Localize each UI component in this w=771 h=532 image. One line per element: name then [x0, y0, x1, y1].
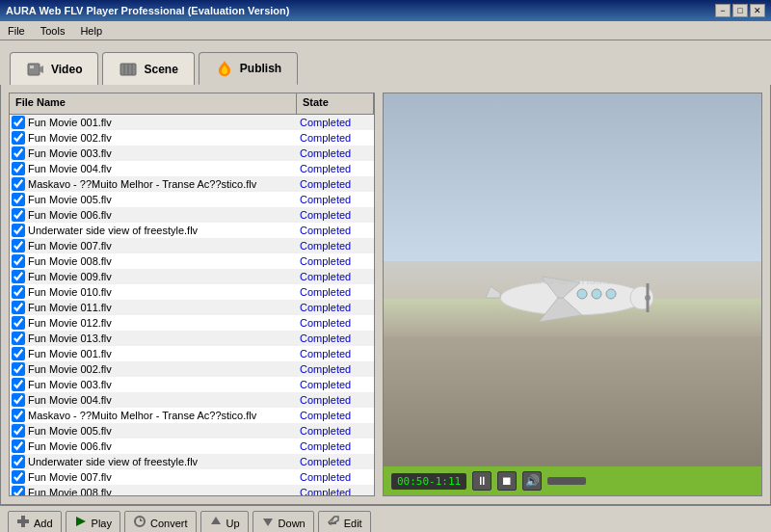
file-list[interactable]: Fun Movie 001.flvCompletedFun Movie 002.… — [10, 115, 374, 495]
file-checkbox[interactable] — [12, 347, 25, 360]
file-checkbox[interactable] — [12, 270, 25, 283]
table-row[interactable]: Fun Movie 004.flvCompleted — [10, 392, 374, 408]
volume-button[interactable]: 🔊 — [522, 471, 542, 491]
file-checkbox[interactable] — [12, 239, 25, 253]
menu-file[interactable]: File — [4, 24, 29, 38]
table-row[interactable]: Fun Movie 005.flvCompleted — [10, 192, 374, 207]
play-button[interactable]: Play — [66, 511, 120, 533]
file-checkbox[interactable] — [12, 316, 25, 330]
down-button[interactable]: Down — [253, 511, 314, 533]
close-button[interactable]: ✕ — [750, 4, 765, 17]
bottom-toolbar: Add Play Convert Up Down — [0, 505, 771, 532]
edit-icon — [327, 515, 340, 531]
file-checkbox[interactable] — [12, 131, 25, 145]
title-bar-text: AURA Web FLV Player Professional (Evalua… — [6, 5, 289, 16]
file-checkbox[interactable] — [12, 470, 25, 484]
file-checkbox[interactable] — [12, 409, 25, 422]
file-checkbox[interactable] — [12, 424, 25, 438]
menu-tools[interactable]: Tools — [37, 24, 69, 38]
maximize-button[interactable]: □ — [732, 4, 748, 17]
file-checkbox[interactable] — [12, 285, 25, 299]
file-state: Completed — [300, 163, 372, 174]
file-checkbox[interactable] — [12, 116, 25, 129]
table-row[interactable]: Fun Movie 007.flvCompleted — [10, 469, 374, 485]
convert-button[interactable]: Convert — [124, 511, 197, 533]
table-row[interactable]: Underwater side view of freestyle.flvCom… — [10, 454, 374, 469]
file-name: Fun Movie 004.flv — [28, 163, 300, 174]
file-state: Completed — [300, 471, 372, 483]
table-row[interactable]: Fun Movie 007.flvCompleted — [10, 238, 374, 253]
table-row[interactable]: Fun Movie 012.flvCompleted — [10, 315, 374, 331]
scene-tab-icon — [119, 60, 138, 79]
table-row[interactable]: Fun Movie 004.flvCompleted — [10, 161, 374, 176]
file-name: Fun Movie 006.flv — [28, 440, 300, 452]
table-row[interactable]: Fun Movie 003.flvCompleted — [10, 146, 374, 161]
table-row[interactable]: Fun Movie 003.flvCompleted — [10, 377, 374, 392]
table-row[interactable]: Fun Movie 010.flvCompleted — [10, 284, 374, 300]
file-state: Completed — [300, 286, 372, 298]
table-row[interactable]: Fun Movie 002.flvCompleted — [10, 361, 374, 377]
minimize-button[interactable]: − — [715, 4, 731, 17]
table-row[interactable]: Maskavo - ??Muito Melhor - Transe Ac??st… — [10, 408, 374, 423]
title-bar: AURA Web FLV Player Professional (Evalua… — [0, 0, 771, 21]
add-button[interactable]: Add — [8, 511, 62, 533]
file-checkbox[interactable] — [12, 193, 25, 206]
file-checkbox[interactable] — [12, 254, 25, 268]
file-checkbox[interactable] — [12, 393, 25, 407]
play-pause-button[interactable]: ⏸ — [472, 471, 492, 491]
file-checkbox[interactable] — [12, 332, 25, 345]
file-name: Fun Movie 004.flv — [28, 394, 300, 406]
file-state: Completed — [300, 209, 372, 221]
file-checkbox[interactable] — [12, 162, 25, 175]
menu-help[interactable]: Help — [76, 24, 106, 38]
svg-marker-22 — [211, 517, 221, 524]
file-state: Completed — [300, 487, 372, 495]
file-name: Fun Movie 011.flv — [28, 302, 300, 313]
table-row[interactable]: Fun Movie 008.flvCompleted — [10, 485, 374, 495]
col-header-filename: File Name — [10, 93, 297, 114]
airplane-image — [476, 259, 669, 336]
video-controls: 00:50-1:11 ⏸ ⏹ 🔊 — [384, 466, 761, 495]
table-row[interactable]: Maskavo - ??Muito Melhor - Transe Ac??st… — [10, 176, 374, 192]
stop-button[interactable]: ⏹ — [497, 471, 517, 491]
file-checkbox[interactable] — [12, 177, 25, 191]
menu-bar: File Tools Help — [0, 21, 771, 40]
table-row[interactable]: Fun Movie 002.flvCompleted — [10, 130, 374, 146]
table-row[interactable]: Fun Movie 008.flvCompleted — [10, 253, 374, 269]
table-row[interactable]: Fun Movie 009.flvCompleted — [10, 269, 374, 284]
file-state: Completed — [300, 440, 372, 452]
table-row[interactable]: Underwater side view of freestyle.flvCom… — [10, 223, 374, 238]
scene-background: MAS-GRATIS.net — [384, 93, 761, 466]
tab-scene[interactable]: Scene — [102, 52, 194, 85]
table-row[interactable]: Fun Movie 006.flvCompleted — [10, 207, 374, 223]
file-checkbox[interactable] — [12, 301, 25, 314]
file-state: Completed — [300, 147, 372, 159]
svg-point-15 — [592, 289, 601, 299]
file-checkbox[interactable] — [12, 486, 25, 495]
file-checkbox[interactable] — [12, 439, 25, 453]
file-checkbox[interactable] — [12, 208, 25, 222]
table-row[interactable]: Fun Movie 013.flvCompleted — [10, 331, 374, 346]
file-checkbox[interactable] — [12, 224, 25, 237]
table-row[interactable]: Fun Movie 011.flvCompleted — [10, 300, 374, 315]
file-checkbox[interactable] — [12, 146, 25, 160]
up-button[interactable]: Up — [200, 511, 249, 533]
title-bar-controls: − □ ✕ — [715, 4, 765, 17]
file-state: Completed — [300, 117, 372, 128]
file-checkbox[interactable] — [12, 455, 25, 468]
volume-slider[interactable] — [547, 477, 586, 485]
file-checkbox[interactable] — [12, 362, 25, 376]
table-row[interactable]: Fun Movie 005.flvCompleted — [10, 423, 374, 439]
file-checkbox[interactable] — [12, 378, 25, 391]
video-tab-icon — [26, 60, 45, 79]
play-label: Play — [92, 518, 112, 529]
table-row[interactable]: Fun Movie 006.flvCompleted — [10, 439, 374, 454]
table-row[interactable]: Fun Movie 001.flvCompleted — [10, 115, 374, 130]
file-state: Completed — [300, 332, 372, 344]
edit-button[interactable]: Edit — [318, 511, 371, 533]
file-name: Maskavo - ??Muito Melhor - Transe Ac??st… — [28, 178, 300, 190]
table-row[interactable]: Fun Movie 001.flvCompleted — [10, 346, 374, 361]
convert-icon — [133, 515, 146, 531]
tab-video[interactable]: Video — [10, 52, 98, 85]
tab-publish[interactable]: Publish — [199, 52, 298, 85]
